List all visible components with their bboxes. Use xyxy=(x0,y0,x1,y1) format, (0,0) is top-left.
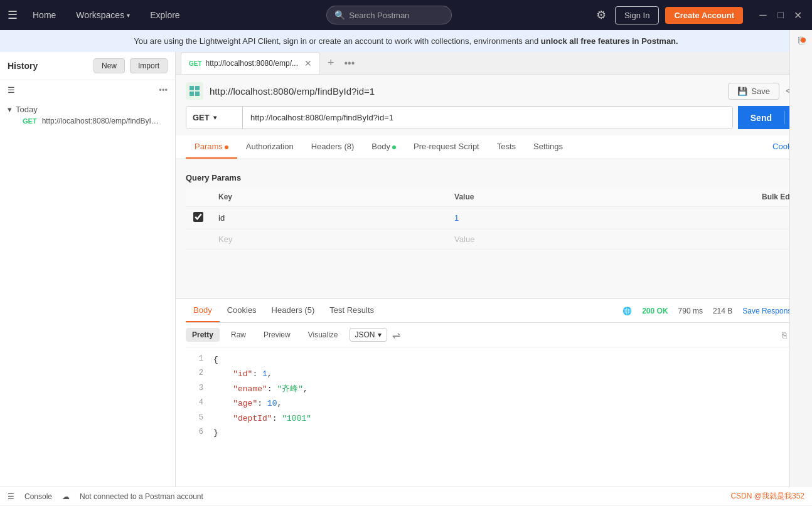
method-dropdown-icon: ▾ xyxy=(213,114,216,121)
main-layout: History New Import ☰ ••• ▾ Today GET htt… xyxy=(0,52,812,487)
table-row: Key Value xyxy=(186,229,802,250)
code-line: 1 { xyxy=(186,352,802,367)
resp-tab-test-results[interactable]: Test Results xyxy=(322,299,382,322)
key-placeholder[interactable]: Key xyxy=(218,235,232,244)
new-button[interactable]: New xyxy=(93,58,125,73)
url-input[interactable] xyxy=(243,107,732,129)
value-placeholder[interactable]: Value xyxy=(454,235,474,244)
body-dot xyxy=(392,145,396,149)
format-preview[interactable]: Preview xyxy=(257,328,297,342)
right-sidebar: ⎘ xyxy=(789,30,812,487)
chevron-down-icon: ▾ xyxy=(8,105,12,114)
resp-tab-cookies[interactable]: Cookies xyxy=(220,299,264,322)
code-line: 4 "age": 10, xyxy=(186,396,802,411)
tab-headers[interactable]: Headers (8) xyxy=(302,135,363,159)
params-table: Key Value Bulk Edit id xyxy=(186,187,802,250)
format-raw[interactable]: Raw xyxy=(225,328,252,342)
content-area: GET http://localhost:8080/emp/... ✕ + ••… xyxy=(176,52,812,487)
tab-close-icon[interactable]: ✕ xyxy=(304,58,312,68)
sidebar-url: http://localhost:8080/emp/findById?id=1 xyxy=(42,117,160,125)
sidebar-title: History xyxy=(8,61,38,71)
banner-text: You are using the Lightweight API Client… xyxy=(134,36,678,46)
send-label: Send xyxy=(751,113,772,123)
not-connected-label: Not connected to a Postman account xyxy=(80,492,203,501)
save-icon: 💾 xyxy=(737,87,747,96)
gear-icon[interactable]: ⚙ xyxy=(594,6,609,24)
resp-tab-headers[interactable]: Headers (5) xyxy=(264,299,323,322)
create-account-button[interactable]: Create Account xyxy=(665,7,743,24)
table-row: id 1 xyxy=(186,207,802,229)
filter-icon[interactable]: ☰ xyxy=(8,85,15,95)
svg-rect-2 xyxy=(190,92,194,96)
sidebar-more-icon[interactable]: ••• xyxy=(159,85,168,95)
method-select[interactable]: GET ▾ xyxy=(186,107,243,129)
active-tab[interactable]: GET http://localhost:8080/emp/... ✕ xyxy=(181,52,320,74)
maximize-button[interactable]: □ xyxy=(774,9,787,21)
code-line: 2 "id": 1, xyxy=(186,367,802,381)
save-label: Save xyxy=(751,87,770,96)
grid-icon xyxy=(189,85,200,97)
tab-prerequest[interactable]: Pre-request Script xyxy=(405,135,488,159)
menu-icon[interactable]: ☰ xyxy=(8,8,18,22)
col-value: Value xyxy=(447,187,683,207)
params-dot xyxy=(225,145,228,149)
code-line: 3 "ename": "齐峰", xyxy=(186,382,802,396)
response-meta: 🌐 200 OK 790 ms 214 B Save Response ▾ xyxy=(622,300,802,322)
col-checkbox xyxy=(186,187,211,207)
tab-body[interactable]: Body xyxy=(363,135,405,159)
sidebar-today-header[interactable]: ▾ Today xyxy=(8,105,168,114)
sign-in-button[interactable]: Sign In xyxy=(615,6,659,24)
send-button[interactable]: Send xyxy=(738,106,784,129)
nav-explore[interactable]: Explore xyxy=(145,8,184,23)
tab-authorization[interactable]: Authorization xyxy=(237,135,302,159)
url-header: http://localhost:8080/emp/findById?id=1 … xyxy=(186,82,802,100)
console-label[interactable]: Console xyxy=(24,492,52,501)
today-label: Today xyxy=(16,105,38,114)
search-icon: 🔍 xyxy=(334,10,345,20)
query-params-section: Query Params Key Value Bulk Edit xyxy=(186,166,802,291)
banner-bold-text: unlock all free features in Postman. xyxy=(541,36,678,46)
search-bar[interactable]: 🔍 Search Postman xyxy=(326,6,452,24)
nav-home[interactable]: Home xyxy=(28,8,61,23)
svg-rect-1 xyxy=(195,86,200,90)
param-checkbox[interactable] xyxy=(193,212,203,222)
param-value[interactable]: 1 xyxy=(454,213,459,223)
tab-method-badge: GET xyxy=(189,60,202,67)
col-key: Key xyxy=(211,187,447,207)
close-button[interactable]: ✕ xyxy=(792,9,804,21)
watermark: CSDN @我就是我352 xyxy=(730,491,804,502)
response-time: 790 ms xyxy=(678,307,703,315)
svg-rect-0 xyxy=(190,86,194,90)
nav-workspaces[interactable]: Workspaces ▾ xyxy=(71,8,135,23)
tab-url-label: http://localhost:8080/emp/... xyxy=(206,59,298,68)
tab-params[interactable]: Params xyxy=(186,135,237,159)
format-visualize[interactable]: Visualize xyxy=(302,328,345,342)
tab-more-icon[interactable]: ••• xyxy=(342,58,358,69)
tab-settings[interactable]: Settings xyxy=(525,135,572,159)
request-url-title: http://localhost:8080/emp/findById?id=1 xyxy=(210,86,722,97)
tab-add-icon[interactable]: + xyxy=(323,56,339,70)
tab-tests[interactable]: Tests xyxy=(488,135,525,159)
response-body: 1 { 2 "id": 1, 3 "ename": "齐峰", 4 "age":… xyxy=(186,347,802,487)
resp-tab-body[interactable]: Body xyxy=(186,299,220,322)
list-item[interactable]: GET http://localhost:8080/emp/findById?i… xyxy=(8,114,168,128)
titlebar-right: ⚙ Sign In Create Account ─ □ ✕ xyxy=(594,6,804,24)
request-area: http://localhost:8080/emp/findById?id=1 … xyxy=(176,75,812,298)
titlebar: ☰ Home Workspaces ▾ Explore 🔍 Search Pos… xyxy=(0,0,812,30)
response-format-bar: Pretty Raw Preview Visualize JSON ▾ ⇌ ⎘ … xyxy=(186,323,802,347)
svg-rect-3 xyxy=(195,92,200,96)
save-button[interactable]: 💾 Save xyxy=(728,83,779,100)
json-dropdown-icon: ▾ xyxy=(378,330,382,339)
import-button[interactable]: Import xyxy=(130,58,168,73)
copy-icon[interactable]: ⎘ xyxy=(782,330,787,340)
json-format-select[interactable]: JSON ▾ xyxy=(350,328,387,342)
response-size: 214 B xyxy=(713,307,732,315)
sidebar-actions: New Import xyxy=(93,58,168,73)
param-key[interactable]: id xyxy=(218,213,225,223)
minimize-button[interactable]: ─ xyxy=(757,9,769,21)
code-line: 6 } xyxy=(186,426,802,440)
cloud-icon: ☁ xyxy=(62,492,70,501)
format-pretty[interactable]: Pretty xyxy=(186,328,220,342)
wrap-icon[interactable]: ⇌ xyxy=(392,329,400,341)
request-type-icon xyxy=(186,82,203,100)
